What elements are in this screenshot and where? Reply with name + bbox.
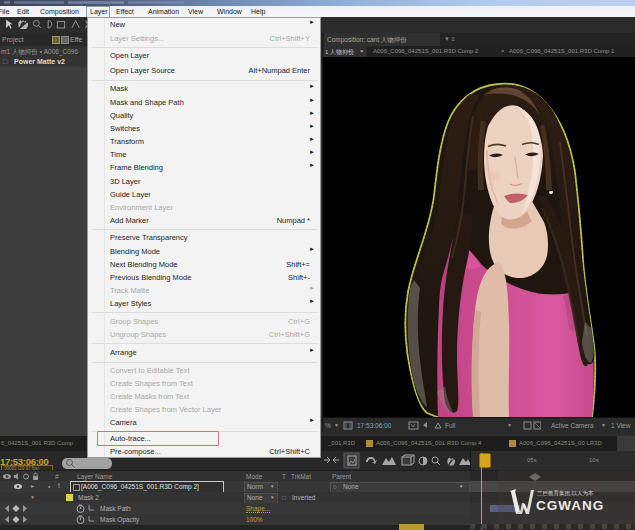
svg-text:CGWANG: CGWANG	[536, 498, 604, 513]
svg-text:三巨教育集团,以人为本: 三巨教育集团,以人为本	[537, 490, 594, 497]
